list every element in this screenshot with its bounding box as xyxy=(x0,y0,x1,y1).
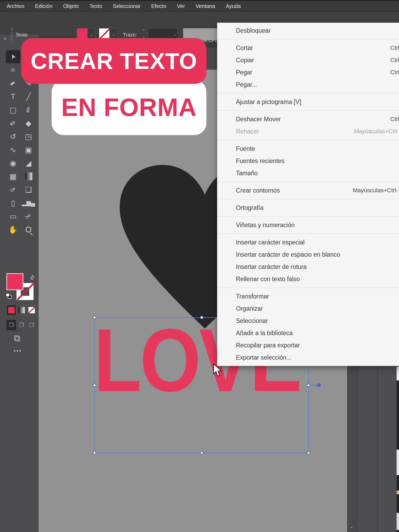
menu-item-pegar-opciones[interactable]: Pegar... xyxy=(217,78,399,91)
menu-item-crear-contornos[interactable]: Crear contornosMayúsculas+Ctrl- xyxy=(217,184,399,197)
menu-item-desbloquear[interactable]: Desbloquear xyxy=(217,24,399,37)
fill-swatch[interactable] xyxy=(6,273,23,290)
menu-ver[interactable]: Ver xyxy=(172,1,190,11)
menu-item-pegar[interactable]: PegarCtrl xyxy=(217,66,399,78)
selection-handle-mid-left[interactable] xyxy=(93,384,96,387)
tool-hand[interactable]: ✋ xyxy=(6,223,20,236)
scroll-down-icon[interactable]: ⌄ xyxy=(350,523,354,529)
menu-item-deshacer-mover[interactable]: Deshacer MoverCtrl xyxy=(217,113,399,125)
menu-edicion[interactable]: Edición xyxy=(30,1,58,11)
draw-behind-button[interactable]: ❐ xyxy=(16,320,26,330)
tool-type[interactable]: T xyxy=(6,90,20,103)
tool-paintbrush[interactable]: ✐ xyxy=(21,103,36,117)
menu-item-insertar-caracter-rotura[interactable]: Insertar carácter de rotura xyxy=(217,261,399,273)
tool-mesh[interactable]: ▦ xyxy=(6,170,20,183)
menu-item-vinetas-y-numeracion[interactable]: Viñetas y numeración xyxy=(217,219,399,231)
tool-shaper[interactable]: ✏ xyxy=(6,117,20,130)
menu-item-insertar-caracter-especial[interactable]: Insertar carácter especial xyxy=(217,236,399,248)
tool-artboard[interactable]: ▭ xyxy=(6,210,20,223)
context-label: Texto xyxy=(15,32,27,38)
none-button[interactable] xyxy=(27,305,36,315)
menu-item-anadir-a-biblioteca[interactable]: Añadir a la biblioteca xyxy=(217,327,399,339)
menu-item-organizar[interactable]: Organizar xyxy=(217,302,399,315)
tool-slice[interactable]: ✂ xyxy=(21,210,36,223)
gradient-button[interactable] xyxy=(16,305,26,315)
menu-ayuda[interactable]: Ayuda xyxy=(221,1,246,11)
context-menu: Desbloquear CortarCtrl CopiarCtrl PegarC… xyxy=(217,23,399,366)
tool-width[interactable]: ∿ xyxy=(6,143,20,156)
panel-grip xyxy=(11,28,13,41)
menu-item-transformar[interactable]: Transformar xyxy=(217,290,399,302)
selection-handle-top-left[interactable] xyxy=(93,316,96,319)
menu-item-recopilar-para-exportar[interactable]: Recopilar para exportar xyxy=(217,339,399,351)
selection-handle-bottom-left[interactable] xyxy=(93,451,96,454)
overlay-subtitle-badge: EN FORMA xyxy=(52,80,206,135)
tool-rotate[interactable]: ↺ xyxy=(6,130,20,143)
selection-tick xyxy=(311,385,317,385)
color-button[interactable] xyxy=(6,305,16,315)
tool-magic-wand[interactable]: ✧ xyxy=(6,63,20,77)
screen-mode-icon[interactable]: ⧉ xyxy=(14,333,20,344)
menu-texto[interactable]: Texto xyxy=(84,1,107,11)
draw-normal-button[interactable]: ❐ xyxy=(6,320,16,330)
tool-scale[interactable]: ◳ xyxy=(21,130,36,143)
menu-item-fuentes-recientes[interactable]: Fuentes recientes xyxy=(217,155,399,167)
menu-archivo[interactable]: Archivo xyxy=(0,1,30,11)
tool-shape-builder[interactable]: ◉ xyxy=(6,156,20,170)
menubar: ArchivoEdiciónObjetoTextoSeleccionarEfec… xyxy=(0,0,399,12)
tool-blend[interactable]: ❏ xyxy=(21,183,36,196)
default-fill-stroke-icon[interactable] xyxy=(6,293,12,299)
tool-perspective-grid[interactable]: ◢ xyxy=(21,156,36,170)
tool-line-segment[interactable]: ╱ xyxy=(21,90,36,103)
tool-zoom[interactable] xyxy=(21,223,36,236)
more-tools-button[interactable]: ••• xyxy=(14,348,22,354)
draw-inside-button[interactable]: ❐ xyxy=(27,320,36,330)
mouse-cursor xyxy=(213,363,224,377)
menu-item-rellenar-texto-falso[interactable]: Rellenar con texto falso xyxy=(217,273,399,285)
menu-item-seleccionar[interactable]: Seleccionar xyxy=(217,315,399,327)
menu-item-ajustar-a-pictograma[interactable]: Ajustar a pictograma [V] xyxy=(217,96,399,108)
menu-item-ortografia[interactable]: Ortografía xyxy=(217,202,399,214)
menu-item-copiar[interactable]: CopiarCtrl xyxy=(217,54,399,66)
tool-column-graph[interactable]: ▂▆▄ xyxy=(21,196,36,210)
selection-handle-mid-right[interactable] xyxy=(307,384,310,387)
tool-free-transform[interactable]: ▣ xyxy=(21,143,36,156)
swap-fill-stroke-icon[interactable]: ⇄ xyxy=(28,273,36,281)
menu-item-tamano[interactable]: Tamaño xyxy=(217,167,399,179)
menu-seleccionar[interactable]: Seleccionar xyxy=(107,1,146,11)
tools-panel: « ➤ ➢ ✧ ◌ ✒ ✎ T ╱ ▢ ✐ ✏ ◆ ↺ ◳ ∿ ▣ ◉ ◢ ▦ … xyxy=(0,35,39,532)
selection-handle-top-center[interactable] xyxy=(200,316,203,319)
tool-rectangle[interactable]: ▢ xyxy=(6,103,20,117)
menu-item-insertar-caracter-espacio[interactable]: Insertar carácter de espacio en blanco xyxy=(217,248,399,261)
tool-selection[interactable]: ➤ xyxy=(6,50,20,63)
selection-handle-bottom-center[interactable] xyxy=(200,451,203,454)
menu-ventana[interactable]: Ventana xyxy=(190,1,220,11)
collapse-panel-icon[interactable]: « xyxy=(4,36,6,41)
menu-efecto[interactable]: Efecto xyxy=(146,1,172,11)
selection-rotate-handle[interactable] xyxy=(317,383,321,387)
menu-item-cortar[interactable]: CortarCtrl xyxy=(217,42,399,54)
tool-symbol-sprayer[interactable]: ▯ xyxy=(6,196,20,210)
tool-pen[interactable]: ✒ xyxy=(6,77,20,90)
menu-objeto[interactable]: Objeto xyxy=(58,1,84,11)
overlay-title-badge: CREAR TEXTO xyxy=(21,38,206,84)
tool-gradient[interactable] xyxy=(21,170,36,183)
menu-item-rehacer[interactable]: RehacerMayúsculas+Ctrl xyxy=(217,125,399,138)
tool-eyedropper[interactable]: ✑ xyxy=(6,183,20,196)
selection-handle-bottom-right[interactable] xyxy=(307,451,310,454)
menu-item-fuente[interactable]: Fuente xyxy=(217,143,399,155)
tool-eraser[interactable]: ◆ xyxy=(21,117,36,130)
menu-item-exportar-seleccion[interactable]: Exportar selección... xyxy=(217,351,399,364)
